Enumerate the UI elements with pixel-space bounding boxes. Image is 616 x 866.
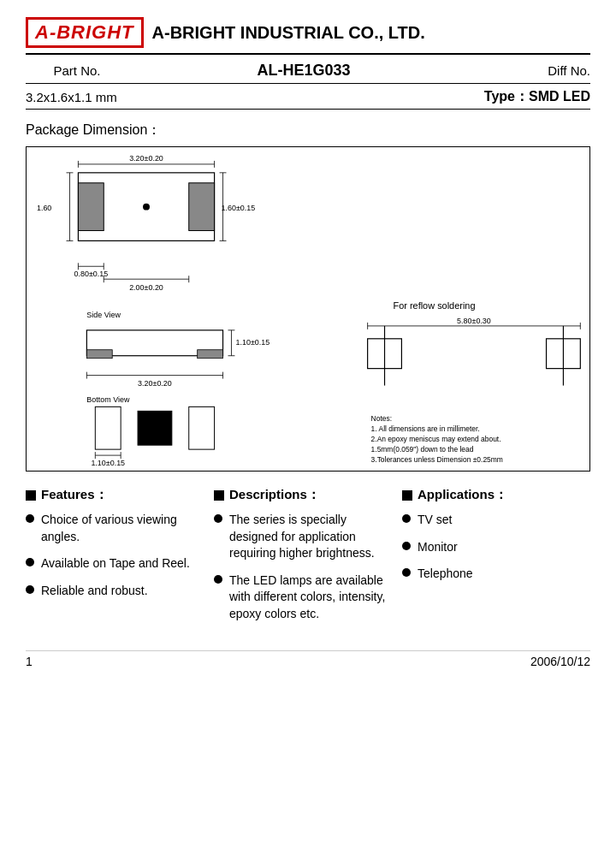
size-row: 3.2x1.6x1.1 mm Type：SMD LED	[26, 86, 590, 110]
type-label: Type：SMD LED	[484, 88, 590, 106]
svg-text:1.60±0.15: 1.60±0.15	[222, 204, 256, 212]
svg-rect-14	[189, 183, 215, 231]
bullet-icon	[26, 558, 34, 566]
svg-text:3.20±0.20: 3.20±0.20	[129, 154, 163, 163]
bullet-icon	[402, 514, 411, 523]
svg-text:1. All dimensions are in milli: 1. All dimensions are in millimeter.	[371, 424, 480, 433]
svg-text:1.5mm(0.059") down to the lead: 1.5mm(0.059") down to the lead	[371, 445, 474, 454]
svg-rect-38	[95, 406, 121, 449]
features-section: Features： Choice of various viewing angl…	[26, 487, 590, 633]
svg-text:Side View: Side View	[86, 311, 121, 319]
footer-date: 2006/10/12	[530, 655, 590, 668]
svg-text:Notes:: Notes:	[371, 414, 392, 423]
descriptions-header: Descriptions：	[214, 487, 394, 503]
applications-icon	[402, 490, 412, 501]
applications-list: TV set Monitor Telephone	[402, 512, 582, 583]
footer-page: 1	[26, 655, 33, 668]
svg-text:1.10±0.15: 1.10±0.15	[91, 459, 125, 467]
svg-rect-39	[189, 406, 215, 449]
descriptions-column: Descriptions： The series is specially de…	[214, 487, 402, 633]
bullet-icon	[214, 514, 222, 523]
svg-text:0.80±0.15: 0.80±0.15	[74, 270, 108, 278]
footer: 1 2006/10/12	[26, 650, 590, 668]
list-item: The LED lamps are available with differe…	[214, 572, 394, 623]
part-label: Part No.	[26, 63, 128, 78]
svg-text:2.00±0.20: 2.00±0.20	[129, 283, 163, 292]
svg-text:2.An epoxy meniscus may extend: 2.An epoxy meniscus may extend about.	[371, 435, 501, 443]
list-item: Available on Tape and Reel.	[26, 555, 205, 572]
bullet-icon	[402, 542, 411, 550]
company-name: A-BRIGHT INDUSTRIAL CO., LTD.	[152, 23, 425, 43]
svg-rect-13	[78, 183, 104, 231]
applications-column: Applications： TV set Monitor Telephone	[402, 487, 590, 633]
list-item: Choice of various viewing angles.	[26, 512, 205, 545]
svg-rect-31	[198, 350, 223, 359]
bullet-icon	[26, 514, 34, 523]
bullet-icon	[214, 575, 222, 584]
list-item: Telephone	[402, 566, 582, 583]
svg-rect-37	[138, 411, 172, 445]
descriptions-icon	[214, 490, 224, 501]
logo: A-BRIGHT	[26, 17, 144, 48]
svg-point-15	[143, 204, 150, 211]
svg-text:1.10±0.15: 1.10±0.15	[235, 338, 270, 347]
bullet-icon	[402, 568, 411, 577]
svg-text:Bottom View: Bottom View	[86, 395, 130, 404]
descriptions-list: The series is specially designed for app…	[214, 512, 394, 623]
svg-text:3.20±0.20: 3.20±0.20	[138, 379, 172, 388]
list-item: The series is specially designed for app…	[214, 512, 394, 562]
list-item: TV set	[402, 512, 582, 529]
bullet-icon	[26, 585, 34, 594]
dimensions: 3.2x1.6x1.1 mm	[26, 90, 117, 104]
svg-text:1.60: 1.60	[37, 204, 51, 212]
list-item: Reliable and robust.	[26, 583, 205, 600]
svg-text:3.Tolerances unless Dimension : 3.Tolerances unless Dimension ±0.25mm	[371, 455, 503, 464]
svg-text:5.80±0.30: 5.80±0.30	[457, 317, 491, 325]
diff-label: Diff No.	[479, 63, 590, 78]
package-title: Package Dimension：	[26, 122, 590, 139]
diagram-svg: 3.20±0.20 1.60±0.15 1.60 0.80±0.15 2.00±…	[27, 147, 589, 471]
features-icon	[26, 490, 36, 501]
list-item: Monitor	[402, 539, 582, 556]
part-number: AL-HE1G033	[128, 62, 479, 80]
header: A-BRIGHT A-BRIGHT INDUSTRIAL CO., LTD.	[26, 17, 590, 55]
svg-rect-30	[86, 350, 112, 359]
part-info-row: Part No. AL-HE1G033 Diff No.	[26, 58, 590, 84]
features-column: Features： Choice of various viewing angl…	[26, 487, 214, 633]
svg-text:For reflow soldering: For reflow soldering	[393, 300, 475, 311]
applications-header: Applications：	[402, 487, 582, 503]
features-header: Features：	[26, 487, 205, 503]
package-diagram: 3.20±0.20 1.60±0.15 1.60 0.80±0.15 2.00±…	[26, 146, 590, 472]
features-list: Choice of various viewing angles. Availa…	[26, 512, 205, 599]
